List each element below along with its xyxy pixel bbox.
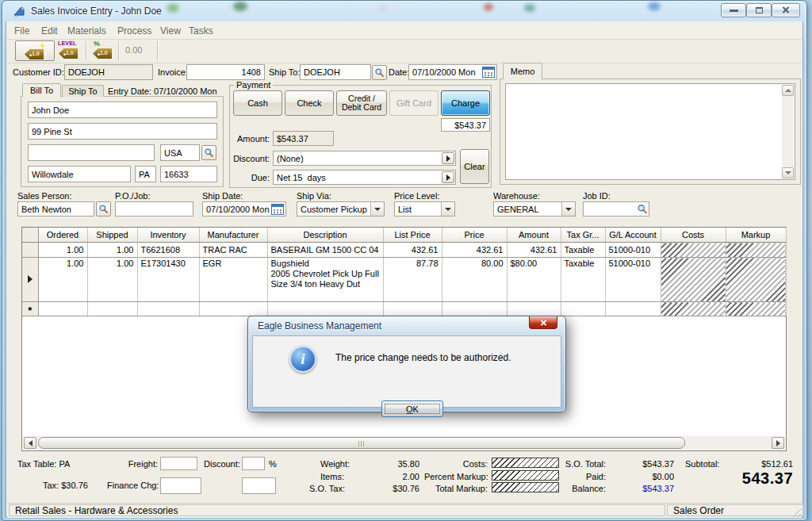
cell-amount[interactable]: 432.61 [507,243,561,258]
amount-field[interactable]: $543.37 [273,131,334,146]
discount-pct-field[interactable] [242,457,265,470]
cell-empty[interactable] [605,302,661,316]
cell-empty[interactable] [199,302,267,316]
cell-shipped[interactable]: 1.00 [87,243,137,258]
cell-tax-group[interactable]: Taxable [561,243,605,258]
cell-ordered[interactable]: 1.00 [38,243,87,258]
cell-empty[interactable] [383,302,442,316]
dropdown-button[interactable] [441,202,454,216]
cell-tax-group[interactable]: Taxable [561,258,605,302]
cell-empty[interactable] [137,302,199,316]
bill-to-country-field[interactable]: USA [160,144,200,161]
tab-ship-to[interactable]: Ship To [62,85,104,97]
grid-horizontal-scrollbar[interactable] [23,436,785,450]
due-expand-button[interactable] [442,171,454,183]
price-tag-button[interactable]: 1.0 [15,40,55,61]
dialog-close-button[interactable] [529,316,557,329]
dropdown-button[interactable] [561,202,575,216]
bill-to-state-field[interactable]: PA [135,166,156,182]
warehouse-select[interactable]: GENERAL [493,201,576,216]
calendar-icon[interactable] [271,204,284,215]
row-selector-current[interactable] [22,258,38,302]
bill-to-zip-field[interactable]: 16633 [160,166,217,182]
tab-memo[interactable]: Memo [503,63,542,79]
clear-button[interactable]: Clear [460,149,489,184]
memo-textarea[interactable] [505,83,795,180]
minimize-button[interactable] [721,3,746,17]
freight-field[interactable] [160,457,197,470]
cell-manufacturer[interactable]: EGR [199,258,267,302]
cell-shipped[interactable]: 1.00 [87,258,137,302]
cash-button[interactable]: Cash [233,90,282,116]
sales-person-lookup-button[interactable] [96,201,111,216]
new-row-selector[interactable]: * [22,302,38,316]
cell-list-price[interactable]: 432.61 [383,243,442,258]
menu-tasks[interactable]: Tasks [189,25,213,36]
credit-debit-button[interactable]: Credit / Debit Card [336,90,387,116]
ok-button[interactable]: OK [381,400,443,417]
sales-person-field[interactable]: Beth Newton [17,201,94,216]
calendar-icon[interactable] [482,67,495,78]
menu-edit[interactable]: Edit [41,25,58,36]
cell-ordered[interactable]: 1.00 [38,258,87,302]
menu-materials[interactable]: Materials [67,25,106,36]
cell-manufacturer[interactable]: TRAC RAC [199,243,267,258]
invoice-number-field[interactable]: 1408 [186,64,265,80]
check-button[interactable]: Check [285,90,334,116]
cell-empty[interactable] [561,302,605,316]
bill-to-city-field[interactable]: Willowdale [28,166,131,182]
cell-empty[interactable] [267,302,383,316]
cell-price[interactable]: 80.00 [442,258,507,302]
menu-view[interactable]: View [160,25,181,36]
cell-empty[interactable] [38,302,87,316]
scroll-up-button[interactable] [782,85,794,96]
cell-description[interactable]: Bugshield 2005 Chevrolet Pick Up Full Si… [267,258,383,302]
price-level-select[interactable]: List [394,201,455,216]
scrollbar-thumb[interactable] [38,437,685,449]
menu-process[interactable]: Process [117,25,151,36]
gift-card-button[interactable]: Gift Card [389,90,439,116]
bill-to-line3-field[interactable] [28,144,155,161]
cell-gl-account[interactable]: 51000-010 [605,258,661,302]
ship-to-lookup-button[interactable] [372,65,387,80]
job-id-lookup-button[interactable] [637,203,648,216]
cell-empty[interactable] [442,302,507,316]
scroll-left-button[interactable] [24,437,36,449]
finance-chg-field[interactable] [160,477,201,494]
customer-id-field[interactable]: DOEJOH [64,64,153,80]
cell-inventory[interactable]: E17301430 [137,258,199,302]
discount-field[interactable]: (None) [273,151,456,166]
close-button[interactable] [772,3,800,17]
row-selector[interactable] [22,243,38,258]
memo-scrollbar[interactable] [782,85,794,178]
cell-gl-account[interactable]: 51000-010 [605,243,661,258]
po-job-field[interactable] [115,201,193,216]
bill-to-street-field[interactable]: 99 Pine St [28,123,217,140]
maximize-button[interactable] [746,3,772,17]
ship-to-field[interactable]: DOEJOH [300,64,371,80]
cell-amount-editing[interactable]: $80.00 [507,258,561,302]
dropdown-button[interactable] [370,202,384,216]
bill-to-name-field[interactable]: John Doe [28,102,217,118]
charge-button[interactable]: Charge [441,90,490,116]
scroll-down-button[interactable] [782,167,794,178]
due-field[interactable]: Net 15 days [273,170,456,185]
cell-empty[interactable] [507,302,561,316]
ship-date-field[interactable]: 07/10/2000 Mon [202,201,286,216]
job-id-field[interactable] [583,201,649,216]
cell-list-price[interactable]: 87.78 [383,258,442,302]
tab-bill-to[interactable]: Bill To [22,83,61,97]
scroll-right-button[interactable] [772,437,784,449]
date-field[interactable]: 07/10/2000 Mon [408,64,497,80]
discount-expand-button[interactable] [442,152,454,164]
discount-percent-tag-button[interactable]: % 1.0 [91,40,115,61]
cell-inventory[interactable]: T6621608 [137,243,199,258]
cell-description[interactable]: BASERAIL GM 1500 CC 04 [267,243,383,258]
price-level-tag-button[interactable]: LEVEL 1.0 [57,40,81,61]
cell-empty[interactable] [87,302,137,316]
cell-price[interactable]: 432.61 [442,243,507,258]
ship-via-select[interactable]: Customer Pickup [297,201,385,216]
discount-amount-field[interactable] [242,477,276,494]
discount-label: Discount: [214,154,270,163]
menu-file[interactable]: File [14,25,29,36]
